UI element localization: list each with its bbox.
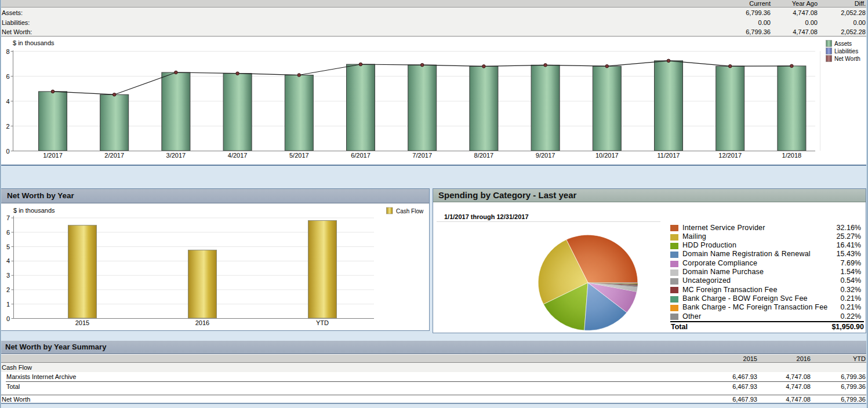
svg-text:7: 7 (6, 214, 10, 221)
svg-text:$ in thousands: $ in thousands (13, 207, 55, 214)
svg-text:6: 6 (6, 73, 9, 80)
svg-text:2: 2 (6, 286, 10, 293)
svg-text:2/2017: 2/2017 (104, 152, 124, 159)
svg-text:10/2017: 10/2017 (595, 152, 619, 159)
svg-text:2015: 2015 (75, 319, 89, 326)
svg-text:Net Worth: Net Worth (834, 56, 860, 62)
svg-text:8/2017: 8/2017 (474, 152, 494, 159)
svg-text:1: 1 (6, 301, 10, 308)
svg-text:12/2017: 12/2017 (718, 152, 742, 159)
svg-text:Liabilities: Liabilities (834, 48, 858, 54)
svg-text:1/2018: 1/2018 (782, 152, 802, 159)
svg-text:6/2017: 6/2017 (351, 152, 371, 159)
svg-text:0: 0 (6, 315, 10, 322)
svg-text:0: 0 (6, 148, 9, 155)
svg-text:1/2017: 1/2017 (43, 152, 63, 159)
svg-text:7/2017: 7/2017 (412, 152, 432, 159)
svg-text:Assets: Assets (834, 41, 852, 47)
svg-text:4: 4 (6, 257, 10, 264)
svg-text:2016: 2016 (195, 319, 209, 326)
svg-text:$ in thousands: $ in thousands (13, 39, 55, 46)
svg-text:4: 4 (6, 98, 9, 105)
svg-text:3/2017: 3/2017 (166, 152, 186, 159)
svg-text:YTD: YTD (316, 319, 329, 326)
svg-text:Cash Flow: Cash Flow (396, 208, 424, 214)
svg-text:11/2017: 11/2017 (658, 152, 680, 159)
svg-text:8: 8 (6, 48, 9, 55)
svg-text:2: 2 (6, 123, 9, 130)
svg-text:9/2017: 9/2017 (536, 152, 555, 159)
svg-text:3: 3 (6, 272, 10, 279)
svg-text:4/2017: 4/2017 (228, 152, 248, 159)
svg-text:5: 5 (6, 243, 10, 250)
svg-text:6: 6 (6, 229, 10, 236)
svg-text:5/2017: 5/2017 (289, 152, 309, 159)
